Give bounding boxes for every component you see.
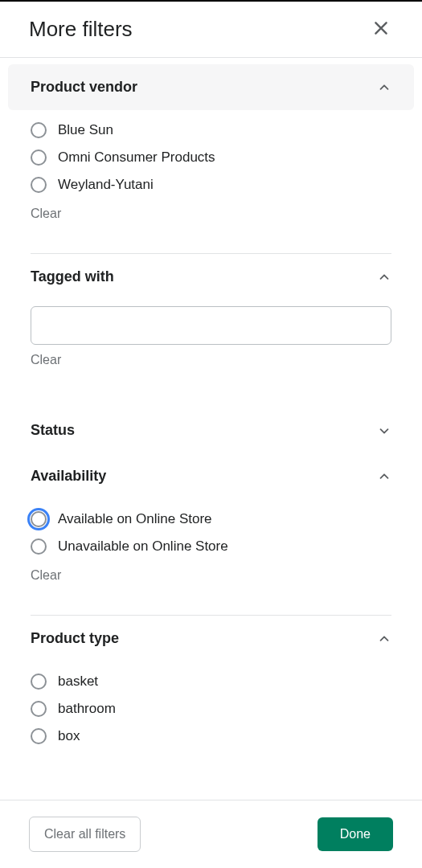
- section-title-type: Product type: [31, 630, 119, 647]
- section-title-status: Status: [31, 422, 75, 439]
- panel-header: More filters: [0, 2, 422, 58]
- radio-icon: [31, 511, 47, 527]
- vendor-option[interactable]: Weyland-Yutani: [31, 171, 391, 199]
- vendor-option-label: Weyland-Yutani: [58, 177, 154, 193]
- type-option-label: box: [58, 728, 80, 744]
- section-body-availability: Available on Online Store Unavailable on…: [8, 499, 414, 599]
- clear-vendor-button[interactable]: Clear: [31, 199, 61, 221]
- radio-icon: [31, 701, 47, 717]
- vendor-option-label: Omni Consumer Products: [58, 149, 215, 166]
- vendor-option[interactable]: Blue Sun: [31, 117, 391, 144]
- availability-option-label: Available on Online Store: [58, 511, 212, 527]
- filters-content: Product vendor Blue Sun Omni Consumer Pr…: [0, 64, 422, 750]
- vendor-option[interactable]: Omni Consumer Products: [31, 144, 391, 171]
- radio-icon: [31, 728, 47, 744]
- availability-option[interactable]: Unavailable on Online Store: [31, 533, 391, 560]
- type-option[interactable]: basket: [31, 668, 391, 695]
- section-header-type[interactable]: Product type: [8, 616, 414, 661]
- panel-footer: Clear all filters Done: [0, 800, 422, 868]
- panel-title: More filters: [29, 17, 133, 42]
- section-header-status[interactable]: Status: [8, 407, 414, 453]
- type-option[interactable]: box: [31, 723, 391, 750]
- chevron-down-icon: [377, 424, 391, 438]
- type-option[interactable]: bathroom: [31, 695, 391, 723]
- chevron-up-icon: [377, 632, 391, 646]
- done-button[interactable]: Done: [318, 817, 393, 851]
- close-button[interactable]: [369, 16, 393, 43]
- tag-input[interactable]: [31, 306, 391, 345]
- radio-icon: [31, 122, 47, 138]
- section-header-availability[interactable]: Availability: [8, 453, 414, 499]
- availability-option-label: Unavailable on Online Store: [58, 538, 228, 555]
- radio-icon: [31, 674, 47, 690]
- radio-icon: [31, 177, 47, 193]
- availability-option[interactable]: Available on Online Store: [31, 506, 391, 533]
- vendor-option-label: Blue Sun: [58, 122, 113, 138]
- radio-icon: [31, 149, 47, 166]
- section-body-type: basket bathroom box: [8, 661, 414, 750]
- section-body-tagged: Clear: [8, 300, 414, 383]
- type-option-label: bathroom: [58, 701, 116, 717]
- clear-availability-button[interactable]: Clear: [31, 560, 61, 583]
- section-title-vendor: Product vendor: [31, 79, 137, 96]
- chevron-up-icon: [377, 270, 391, 285]
- chevron-up-icon: [377, 80, 391, 95]
- section-title-tagged: Tagged with: [31, 268, 114, 285]
- clear-tagged-button[interactable]: Clear: [31, 345, 61, 367]
- clear-all-button[interactable]: Clear all filters: [29, 817, 141, 852]
- filters-scroll-area[interactable]: Product vendor Blue Sun Omni Consumer Pr…: [0, 58, 422, 800]
- section-title-availability: Availability: [31, 468, 106, 485]
- radio-icon: [31, 538, 47, 555]
- filters-panel: More filters Product vendor Blue Sun: [0, 0, 422, 868]
- type-option-label: basket: [58, 674, 98, 690]
- section-header-tagged[interactable]: Tagged with: [8, 254, 414, 300]
- close-icon: [372, 19, 390, 39]
- section-body-vendor: Blue Sun Omni Consumer Products Weyland-…: [8, 110, 414, 237]
- chevron-up-icon: [377, 469, 391, 484]
- section-header-vendor[interactable]: Product vendor: [8, 64, 414, 110]
